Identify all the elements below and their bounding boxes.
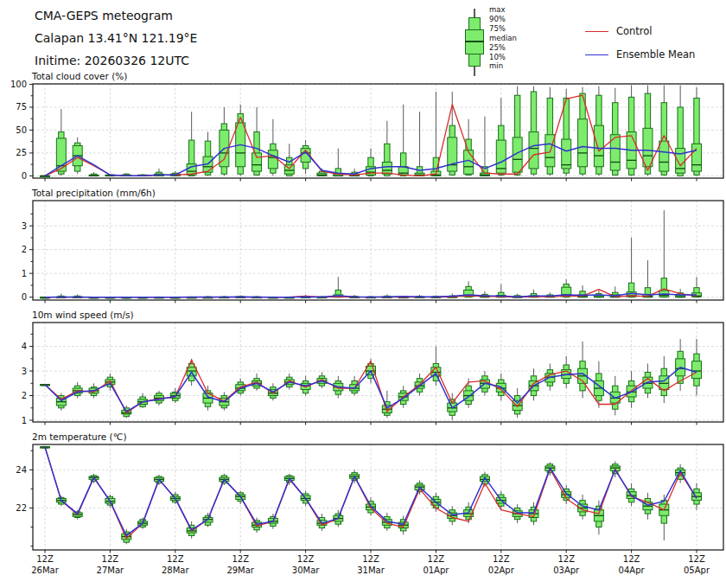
box-25-75	[529, 132, 538, 169]
panel-0: 0255075100	[10, 80, 723, 181]
x-tick-label-date: 30Mar	[292, 566, 320, 575]
x-tick-label-date: 02Apr	[488, 566, 515, 575]
x-tick-label-date: 04Apr	[619, 566, 646, 575]
y-tick-label: 2	[22, 391, 27, 400]
y-tick-label: 25	[16, 148, 27, 157]
x-tick-label-hour: 12Z	[167, 554, 184, 564]
y-tick-label: 100	[10, 80, 27, 89]
x-tick-label-hour: 12Z	[688, 554, 705, 564]
x-tick-label-hour: 12Z	[362, 554, 379, 564]
y-tick-label: 50	[16, 125, 27, 135]
y-tick-label: 22	[16, 503, 27, 513]
box-25-75	[268, 150, 277, 169]
panel-1: 0123	[22, 201, 723, 304]
panel-frame	[33, 444, 723, 550]
x-tick-label-date: 05Apr	[684, 566, 710, 575]
y-tick-label: 2	[22, 245, 27, 254]
x-tick-label-date: 28Mar	[162, 566, 189, 575]
box-25-75	[594, 125, 603, 167]
box-25-75	[578, 119, 588, 167]
x-tick-label-hour: 12Z	[557, 554, 575, 564]
x-tick-label-hour: 12Z	[428, 554, 445, 564]
x-tick-label-date: 29Mar	[226, 566, 254, 575]
x-tick-label-hour: 12Z	[232, 554, 249, 564]
y-tick-label: 24	[16, 465, 27, 475]
x-tick-label-hour: 12Z	[493, 554, 510, 564]
meteogram-figure: CMA-GEPS meteogram Calapan 13.41°N 121.1…	[0, 0, 726, 588]
meteogram-chart-canvas: 025507510001231234222412Z26Mar12Z27Mar12…	[0, 0, 726, 588]
box-25-75	[643, 128, 653, 166]
panel-frame	[33, 323, 723, 422]
x-tick-label-hour: 12Z	[102, 554, 119, 564]
y-tick-label: 3	[22, 367, 27, 376]
x-tick-label-hour: 12Z	[297, 554, 315, 564]
y-tick-label: 0	[22, 171, 27, 181]
panel-3: 2224	[16, 444, 723, 553]
box-25-75	[692, 361, 702, 379]
y-tick-label: 4	[22, 342, 27, 351]
x-tick-label-hour: 12Z	[36, 554, 54, 564]
y-tick-label: 1	[22, 269, 27, 278]
box-25-75	[659, 141, 669, 171]
y-tick-label: 3	[22, 221, 27, 231]
x-tick-label-date: 03Apr	[553, 566, 580, 575]
y-tick-label: 75	[16, 102, 27, 112]
x-tick-label-hour: 12Z	[623, 554, 640, 564]
x-axis-labels: 12Z26Mar12Z27Mar12Z28Mar12Z29Mar12Z30Mar…	[31, 554, 710, 575]
x-tick-label-date: 27Mar	[97, 566, 124, 575]
y-tick-label: 0	[22, 292, 27, 302]
box-25-75	[382, 162, 392, 174]
panel-frame	[33, 201, 723, 300]
x-tick-label-date: 26Mar	[31, 566, 59, 575]
x-tick-label-date: 31Mar	[357, 566, 385, 575]
x-tick-label-date: 01Apr	[423, 566, 449, 575]
y-tick-label: 1	[22, 416, 27, 425]
box-25-75	[252, 153, 262, 171]
box-25-75	[562, 139, 571, 169]
box-25-75	[448, 137, 457, 171]
panel-2: 1234	[22, 323, 723, 425]
box-25-75	[692, 144, 702, 171]
